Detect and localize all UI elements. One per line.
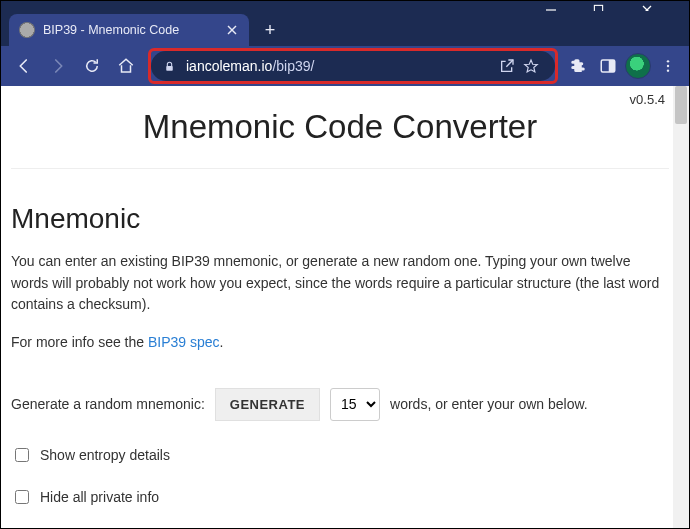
show-entropy-label: Show entropy details xyxy=(40,447,170,463)
new-tab-button[interactable]: + xyxy=(255,15,285,45)
tab-close-button[interactable] xyxy=(225,25,239,35)
tab-strip: BIP39 - Mnemonic Code + xyxy=(1,11,689,46)
words-suffix-label: words, or enter your own below. xyxy=(390,396,588,412)
word-count-select[interactable]: 15 xyxy=(330,388,380,421)
version-label: v0.5.4 xyxy=(630,92,665,107)
svg-rect-6 xyxy=(166,65,173,70)
generate-label: Generate a random mnemonic: xyxy=(11,396,205,412)
generate-button[interactable]: GENERATE xyxy=(215,388,320,421)
hide-private-row[interactable]: Hide all private info xyxy=(11,487,669,507)
svg-point-9 xyxy=(667,60,669,62)
url-text: iancoleman.io/bip39/ xyxy=(186,58,499,74)
tab-favicon xyxy=(19,22,35,38)
svg-point-11 xyxy=(667,69,669,71)
page-title: Mnemonic Code Converter xyxy=(11,108,669,146)
more-info-paragraph: For more info see the BIP39 spec. xyxy=(11,332,669,354)
page-viewport: v0.5.4 Mnemonic Code Converter Mnemonic … xyxy=(1,86,689,528)
scrollbar-thumb[interactable] xyxy=(675,86,687,124)
url-host: iancoleman.io xyxy=(186,58,272,74)
browser-toolbar: iancoleman.io/bip39/ xyxy=(1,46,689,86)
hide-private-checkbox[interactable] xyxy=(15,490,29,504)
scrollbar-track[interactable] xyxy=(673,86,689,528)
browser-tab[interactable]: BIP39 - Mnemonic Code xyxy=(9,14,249,46)
more-info-suffix: . xyxy=(220,334,224,350)
show-entropy-checkbox[interactable] xyxy=(15,448,29,462)
home-button[interactable] xyxy=(111,51,141,81)
section-heading-mnemonic: Mnemonic xyxy=(11,203,669,235)
address-bar[interactable]: iancoleman.io/bip39/ xyxy=(151,51,555,81)
generate-row: Generate a random mnemonic: GENERATE 15 … xyxy=(11,388,669,421)
hide-private-label: Hide all private info xyxy=(40,489,159,505)
tab-title: BIP39 - Mnemonic Code xyxy=(43,23,225,37)
address-bar-container: iancoleman.io/bip39/ xyxy=(151,51,555,81)
window-controls-bar xyxy=(1,1,689,11)
svg-rect-8 xyxy=(609,60,615,72)
intro-paragraph: You can enter an existing BIP39 mnemonic… xyxy=(11,251,669,316)
url-path: /bip39/ xyxy=(272,58,314,74)
forward-button[interactable] xyxy=(43,51,73,81)
browser-menu-button[interactable] xyxy=(655,53,681,79)
lock-icon[interactable] xyxy=(163,60,176,73)
profile-avatar[interactable] xyxy=(625,53,651,79)
side-panel-button[interactable] xyxy=(595,53,621,79)
svg-point-10 xyxy=(667,65,669,67)
back-button[interactable] xyxy=(9,51,39,81)
show-entropy-row[interactable]: Show entropy details xyxy=(11,445,669,465)
bip39-spec-link[interactable]: BIP39 spec xyxy=(148,334,220,350)
extensions-button[interactable] xyxy=(565,53,591,79)
more-info-prefix: For more info see the xyxy=(11,334,148,350)
divider xyxy=(11,168,669,169)
share-button[interactable] xyxy=(499,58,523,74)
bookmark-button[interactable] xyxy=(523,58,547,74)
reload-button[interactable] xyxy=(77,51,107,81)
